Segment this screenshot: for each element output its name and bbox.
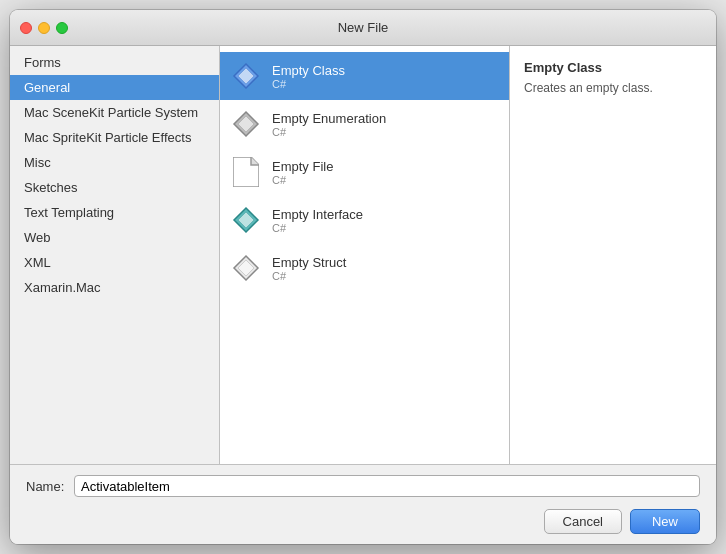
template-name-empty-enumeration: Empty Enumeration xyxy=(272,111,386,126)
new-file-window: New File FormsGeneralMac SceneKit Partic… xyxy=(10,10,716,544)
diamond-teal-icon xyxy=(230,204,262,236)
bottom-bar: Name: Cancel New xyxy=(10,464,716,544)
button-row: Cancel New xyxy=(26,509,700,534)
template-name-empty-interface: Empty Interface xyxy=(272,207,363,222)
template-sub-empty-enumeration: C# xyxy=(272,126,386,138)
maximize-button[interactable] xyxy=(56,22,68,34)
sidebar-item-text-templating[interactable]: Text Templating xyxy=(10,200,219,225)
sidebar-item-xamarin-mac[interactable]: Xamarin.Mac xyxy=(10,275,219,300)
templates-panel: Empty ClassC# Empty EnumerationC# Empty … xyxy=(220,46,510,464)
template-item-empty-file[interactable]: Empty FileC# xyxy=(220,148,509,196)
new-button[interactable]: New xyxy=(630,509,700,534)
template-item-empty-class[interactable]: Empty ClassC# xyxy=(220,52,509,100)
template-text-empty-interface: Empty InterfaceC# xyxy=(272,207,363,234)
window-title: New File xyxy=(338,20,389,35)
template-text-empty-class: Empty ClassC# xyxy=(272,63,345,90)
name-input[interactable] xyxy=(74,475,700,497)
cancel-button[interactable]: Cancel xyxy=(544,509,622,534)
template-text-empty-struct: Empty StructC# xyxy=(272,255,346,282)
name-label: Name: xyxy=(26,479,66,494)
template-text-empty-file: Empty FileC# xyxy=(272,159,333,186)
template-text-empty-enumeration: Empty EnumerationC# xyxy=(272,111,386,138)
diamond-outline-icon xyxy=(230,252,262,284)
sidebar-item-mac-spritekit[interactable]: Mac SpriteKit Particle Effects xyxy=(10,125,219,150)
description-panel: Empty Class Creates an empty class. xyxy=(510,46,716,464)
sidebar-item-sketches[interactable]: Sketches xyxy=(10,175,219,200)
description-title: Empty Class xyxy=(524,60,702,75)
diamond-blue-icon xyxy=(230,60,262,92)
titlebar: New File xyxy=(10,10,716,46)
description-text: Creates an empty class. xyxy=(524,81,702,95)
template-name-empty-file: Empty File xyxy=(272,159,333,174)
template-sub-empty-interface: C# xyxy=(272,222,363,234)
template-item-empty-enumeration[interactable]: Empty EnumerationC# xyxy=(220,100,509,148)
sidebar-item-web[interactable]: Web xyxy=(10,225,219,250)
file-gray-icon xyxy=(230,156,262,188)
diamond-gray-icon xyxy=(230,108,262,140)
traffic-lights xyxy=(20,22,68,34)
close-button[interactable] xyxy=(20,22,32,34)
sidebar-item-forms[interactable]: Forms xyxy=(10,50,219,75)
sidebar-item-general[interactable]: General xyxy=(10,75,219,100)
sidebar-item-mac-scenekit[interactable]: Mac SceneKit Particle System xyxy=(10,100,219,125)
sidebar-item-xml[interactable]: XML xyxy=(10,250,219,275)
sidebar-item-misc[interactable]: Misc xyxy=(10,150,219,175)
template-sub-empty-file: C# xyxy=(272,174,333,186)
name-row: Name: xyxy=(26,475,700,497)
sidebar: FormsGeneralMac SceneKit Particle System… xyxy=(10,46,220,464)
template-name-empty-struct: Empty Struct xyxy=(272,255,346,270)
template-sub-empty-struct: C# xyxy=(272,270,346,282)
template-item-empty-struct[interactable]: Empty StructC# xyxy=(220,244,509,292)
template-item-empty-interface[interactable]: Empty InterfaceC# xyxy=(220,196,509,244)
template-sub-empty-class: C# xyxy=(272,78,345,90)
minimize-button[interactable] xyxy=(38,22,50,34)
content-area: FormsGeneralMac SceneKit Particle System… xyxy=(10,46,716,464)
template-name-empty-class: Empty Class xyxy=(272,63,345,78)
